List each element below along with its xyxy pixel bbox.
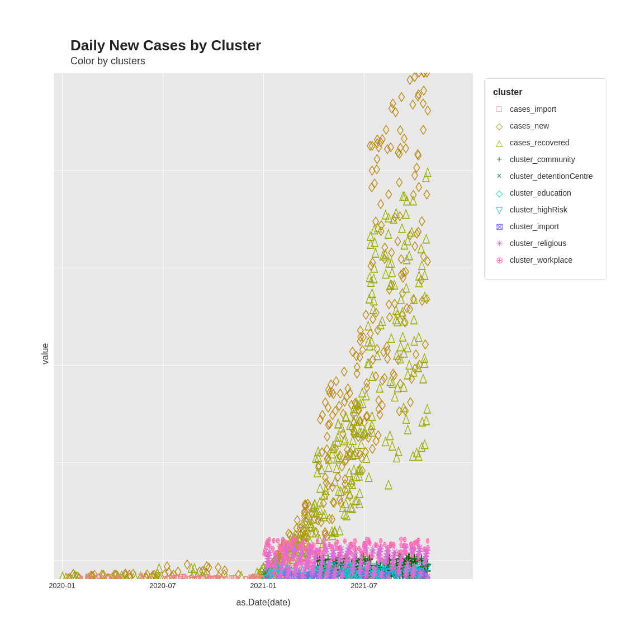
x-tick-label: 2020-01	[49, 581, 75, 590]
svg-marker-284	[387, 313, 393, 322]
svg-marker-634	[393, 209, 400, 217]
svg-marker-316	[396, 178, 402, 187]
legend-symbol-icon: ◇	[493, 187, 505, 199]
svg-marker-519	[333, 464, 340, 472]
svg-marker-140	[354, 363, 360, 372]
svg-marker-69	[295, 516, 301, 525]
svg-marker-260	[373, 437, 379, 446]
svg-marker-643	[394, 453, 400, 462]
svg-marker-338	[423, 340, 429, 349]
svg-marker-239	[390, 99, 396, 108]
svg-marker-270	[408, 398, 414, 407]
chart-area-container: 0500010000150002000025000 2020-012020-07…	[54, 73, 473, 613]
svg-marker-236	[425, 106, 431, 115]
svg-marker-606	[385, 230, 392, 238]
legend-symbol-icon: □	[493, 103, 505, 115]
svg-marker-549	[382, 437, 389, 446]
legend-symbol-icon: +	[493, 153, 505, 165]
legend-symbol-icon: △	[493, 136, 505, 149]
legend-item: ◇ cases_new	[493, 120, 598, 132]
legend-symbol-icon: ×	[493, 170, 505, 182]
svg-marker-279	[424, 190, 430, 199]
svg-marker-198	[341, 367, 347, 376]
svg-marker-328	[398, 255, 404, 264]
svg-marker-302	[399, 93, 405, 102]
svg-marker-596	[385, 480, 392, 489]
chart-wrapper: Daily New Cases by Cluster Color by clus…	[26, 26, 618, 618]
svg-marker-467	[332, 477, 338, 486]
svg-marker-579	[387, 431, 394, 439]
chart-title: Daily New Cases by Cluster	[70, 37, 607, 54]
legend-title: cluster	[493, 87, 598, 97]
y-axis-label: value	[37, 73, 54, 613]
svg-marker-339	[383, 125, 389, 134]
svg-marker-550	[420, 375, 427, 383]
svg-marker-341	[389, 248, 395, 257]
svg-marker-261	[386, 300, 392, 309]
legend-symbol-icon: ⊠	[493, 220, 505, 233]
svg-marker-276	[419, 217, 425, 226]
svg-marker-573	[422, 271, 428, 279]
svg-marker-635	[367, 240, 374, 248]
x-axis-label: as.Date(date)	[54, 593, 473, 613]
x-tick-label: 2020-07	[149, 581, 176, 590]
svg-marker-326	[370, 444, 376, 453]
legend-item-label: cluster_community	[510, 155, 575, 164]
legend-item: ✳ cluster_religious	[493, 237, 598, 249]
svg-marker-253	[375, 431, 381, 440]
svg-marker-313	[403, 144, 409, 153]
legend-item-label: cases_recovered	[510, 138, 570, 147]
svg-marker-581	[423, 235, 429, 243]
legend-symbol-icon: ✳	[493, 237, 505, 249]
svg-marker-629	[402, 415, 409, 423]
svg-marker-320	[390, 369, 396, 378]
svg-marker-633	[399, 224, 405, 233]
svg-marker-652	[389, 442, 396, 450]
svg-marker-296	[370, 315, 376, 324]
svg-marker-291	[404, 304, 410, 312]
svg-marker-638	[399, 333, 406, 341]
legend-symbol-icon: ⊕	[493, 254, 505, 266]
svg-marker-551	[415, 333, 422, 341]
chart-and-legend: 0500010000150002000025000 2020-012020-07…	[54, 73, 607, 613]
legend-item: ⊠ cluster_import	[493, 220, 598, 233]
legend-item-label: cluster_highRisk	[510, 205, 567, 214]
svg-marker-252	[420, 125, 427, 134]
x-tick-label: 2021-01	[250, 581, 277, 590]
svg-marker-312	[420, 99, 427, 108]
svg-marker-542	[317, 484, 324, 492]
legend-item-label: cluster_religious	[510, 239, 566, 248]
svg-marker-315	[378, 200, 384, 209]
legend-item-label: cluster_workplace	[510, 255, 572, 264]
x-tick-label: 2021-07	[351, 581, 377, 590]
svg-marker-587	[365, 321, 372, 330]
svg-marker-249	[410, 191, 416, 200]
legend-item-label: cluster_import	[510, 222, 559, 231]
svg-marker-348	[401, 134, 408, 143]
svg-marker-243	[389, 104, 395, 113]
svg-marker-556	[419, 261, 425, 269]
svg-marker-185	[330, 411, 336, 420]
svg-marker-591	[371, 238, 378, 247]
scatter-svg	[54, 73, 473, 579]
legend-symbol-icon: ◇	[493, 120, 505, 132]
svg-marker-653	[410, 452, 416, 460]
svg-marker-621	[391, 392, 398, 401]
svg-marker-609	[423, 173, 429, 182]
svg-marker-210	[324, 432, 330, 441]
legend-symbol-icon: ▽	[493, 203, 505, 216]
legend-item: + cluster_community	[493, 153, 598, 165]
svg-marker-171	[325, 403, 332, 412]
svg-marker-329	[378, 221, 385, 230]
svg-marker-264	[421, 86, 427, 95]
svg-marker-234	[413, 350, 419, 359]
legend-item-label: cluster_education	[510, 188, 571, 197]
svg-marker-248	[424, 295, 430, 304]
chart-subtitle: Color by clusters	[70, 55, 607, 67]
legend-item: ◇ cluster_education	[493, 187, 598, 199]
svg-marker-602	[382, 269, 389, 278]
svg-marker-193	[359, 345, 366, 354]
svg-marker-580	[404, 370, 411, 378]
svg-marker-651	[423, 416, 430, 424]
svg-marker-649	[404, 425, 411, 434]
